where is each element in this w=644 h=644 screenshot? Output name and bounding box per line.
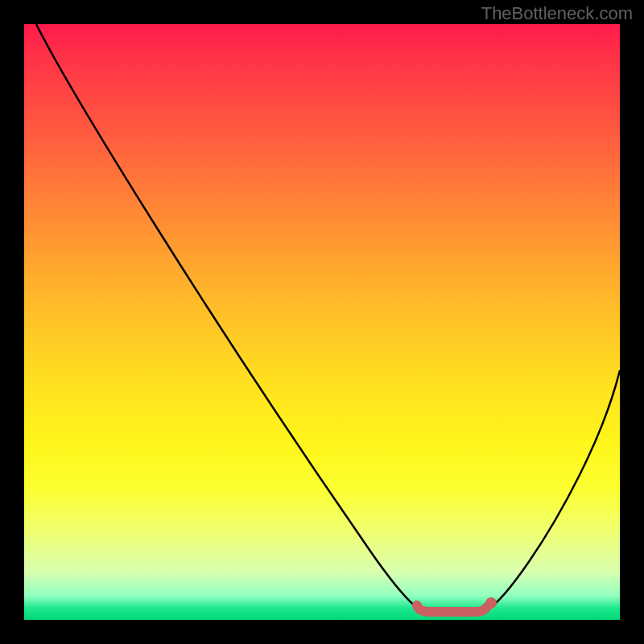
chart-canvas <box>24 24 620 620</box>
flat-zone-marker <box>417 605 487 612</box>
plot-area <box>24 24 620 620</box>
flat-zone-end-dot <box>485 597 497 609</box>
curve-right <box>487 370 620 610</box>
curve-left <box>36 24 423 612</box>
watermark-text: TheBottleneck.com <box>481 3 633 24</box>
